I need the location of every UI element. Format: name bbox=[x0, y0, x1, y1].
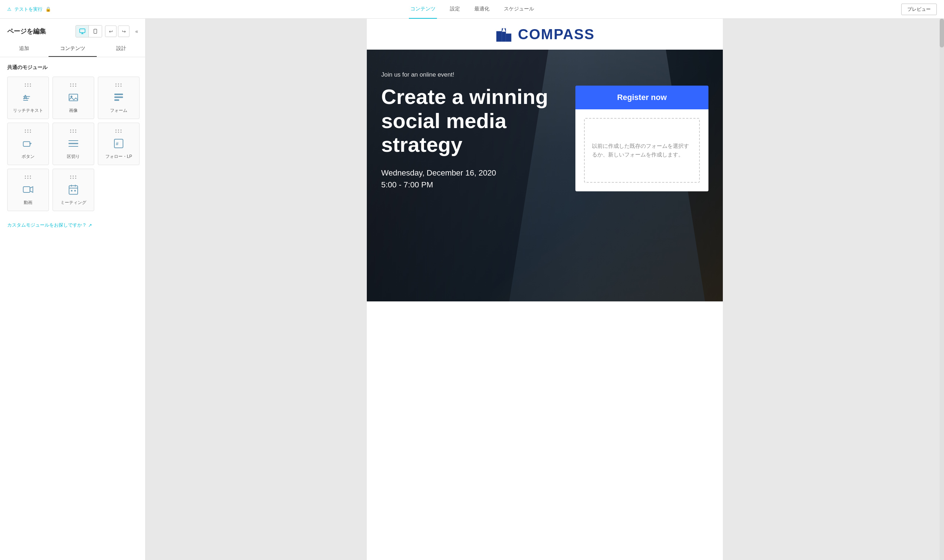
hero-section: Join us for an online event! Create a wi… bbox=[367, 50, 723, 302]
top-nav: ⚠ テストを実行 🔒 コンテンツ 設定 最適化 スケジュール プレビュー bbox=[0, 0, 944, 19]
sidebar-collapse-button[interactable]: « bbox=[135, 28, 138, 34]
main-layout: ページを編集 ↩ ↪ bbox=[0, 19, 944, 560]
module-button[interactable]: ボタン bbox=[7, 123, 49, 165]
hero-time-text: 5:00 - 7:00 PM bbox=[381, 180, 433, 189]
desktop-view-button[interactable] bbox=[76, 26, 89, 37]
module-section: 共通のモジュール A リッチテキスト bbox=[0, 57, 145, 218]
module-section-title: 共通のモジュール bbox=[7, 65, 140, 71]
svg-rect-20 bbox=[23, 187, 30, 192]
chevron-left-icon: « bbox=[135, 28, 138, 34]
sidebar-tab-design[interactable]: 設計 bbox=[97, 41, 145, 57]
svg-rect-21 bbox=[69, 186, 78, 194]
module-image-label: 画像 bbox=[69, 108, 78, 114]
module-follow-lp[interactable]: # フォロー・LP bbox=[98, 123, 140, 165]
image-icon bbox=[68, 92, 79, 103]
register-header: Register now bbox=[575, 86, 709, 109]
module-video-label: 動画 bbox=[24, 200, 32, 206]
drag-handle bbox=[25, 175, 31, 179]
module-rich-text[interactable]: A リッチテキスト bbox=[7, 77, 49, 119]
drag-handle bbox=[70, 175, 77, 179]
hero-text: Join us for an online event! Create a wi… bbox=[381, 71, 568, 280]
form-icon bbox=[113, 92, 125, 103]
module-rich-text-label: リッチテキスト bbox=[13, 108, 43, 114]
top-nav-right: プレビュー bbox=[901, 4, 937, 15]
sidebar-tabs: 追加 コンテンツ 設計 bbox=[0, 41, 145, 57]
hero-title: Create a winning social media strategy bbox=[381, 85, 568, 157]
sidebar-tab-add[interactable]: 追加 bbox=[0, 41, 49, 57]
svg-rect-3 bbox=[94, 29, 97, 34]
custom-module-link[interactable]: カスタムモジュールをお探しですか？ ↗ bbox=[0, 218, 145, 228]
preview-area: COMPASS Join us for an online event! Cre… bbox=[146, 19, 944, 560]
undo-redo-group: ↩ ↪ bbox=[105, 26, 129, 37]
svg-rect-29 bbox=[506, 34, 511, 42]
tab-content[interactable]: コンテンツ bbox=[409, 0, 437, 19]
follow-lp-icon: # bbox=[113, 138, 125, 149]
module-form-label: フォーム bbox=[110, 108, 127, 114]
button-icon bbox=[22, 138, 34, 149]
test-run-label: テストを実行 bbox=[14, 6, 42, 12]
custom-module-label: カスタムモジュールをお探しですか？ bbox=[7, 222, 87, 228]
drag-handle bbox=[25, 129, 31, 133]
device-toggle-group bbox=[75, 25, 102, 37]
undo-button[interactable]: ↩ bbox=[105, 26, 117, 37]
register-form-hint: 以前に作成した既存のフォームを選択するか、新しいフォームを作成します。 bbox=[592, 142, 692, 159]
drag-handle bbox=[70, 129, 77, 133]
svg-rect-11 bbox=[114, 94, 123, 95]
register-panel: Register now 以前に作成した既存のフォームを選択するか、新しいフォー… bbox=[575, 86, 709, 191]
hero-content: Join us for an online event! Create a wi… bbox=[367, 50, 723, 302]
mobile-view-button[interactable] bbox=[89, 26, 102, 37]
test-run-btn[interactable]: ⚠ テストを実行 🔒 bbox=[7, 6, 51, 12]
module-divider[interactable]: 区切り bbox=[52, 123, 94, 165]
svg-rect-14 bbox=[23, 142, 30, 146]
hero-date-text: Wednesday, December 16, 2020 bbox=[381, 168, 496, 177]
sidebar: ページを編集 ↩ ↪ bbox=[0, 19, 146, 560]
scrollbar-track[interactable] bbox=[940, 19, 944, 560]
compass-header: COMPASS bbox=[367, 19, 723, 50]
meeting-icon bbox=[68, 184, 79, 195]
module-video[interactable]: 動画 bbox=[7, 169, 49, 211]
module-image[interactable]: 画像 bbox=[52, 77, 94, 119]
redo-button[interactable]: ↪ bbox=[118, 26, 129, 37]
sidebar-title: ページを編集 bbox=[7, 27, 46, 35]
svg-text:A: A bbox=[23, 94, 28, 100]
svg-rect-27 bbox=[497, 31, 502, 42]
nav-tabs: コンテンツ 設定 最適化 スケジュール bbox=[409, 0, 535, 19]
drag-handle bbox=[115, 129, 122, 133]
compass-logo: COMPASS bbox=[495, 25, 595, 43]
module-button-label: ボタン bbox=[22, 154, 35, 160]
module-meeting[interactable]: ミーティング bbox=[52, 169, 94, 211]
external-link-icon: ↗ bbox=[88, 223, 92, 228]
module-meeting-label: ミーティング bbox=[60, 200, 86, 206]
svg-text:#: # bbox=[116, 141, 119, 146]
svg-rect-26 bbox=[74, 190, 76, 191]
module-form[interactable]: フォーム bbox=[98, 77, 140, 119]
text-icon: A bbox=[22, 92, 34, 103]
lock-icon: 🔒 bbox=[45, 6, 51, 12]
module-divider-label: 区切り bbox=[67, 154, 80, 160]
warning-icon: ⚠ bbox=[7, 6, 12, 12]
hero-date: Wednesday, December 16, 2020 5:00 - 7:00… bbox=[381, 167, 568, 191]
module-grid-row2: 動画 ミーティング bbox=[7, 169, 140, 211]
preview-button[interactable]: プレビュー bbox=[901, 4, 937, 15]
preview-frame: COMPASS Join us for an online event! Cre… bbox=[367, 19, 723, 560]
drag-handle bbox=[70, 83, 77, 87]
tab-settings[interactable]: 設定 bbox=[449, 0, 461, 19]
module-follow-lp-label: フォロー・LP bbox=[105, 154, 132, 160]
register-form-placeholder: 以前に作成した既存のフォームを選択するか、新しいフォームを作成します。 bbox=[584, 118, 700, 183]
svg-rect-13 bbox=[114, 99, 119, 101]
svg-rect-0 bbox=[80, 29, 85, 33]
svg-rect-25 bbox=[71, 190, 72, 191]
video-icon bbox=[22, 184, 34, 195]
divider-icon bbox=[68, 138, 79, 149]
tab-schedule[interactable]: スケジュール bbox=[503, 0, 535, 19]
svg-rect-12 bbox=[114, 96, 123, 98]
tab-optimize[interactable]: 最適化 bbox=[473, 0, 491, 19]
compass-logo-icon bbox=[495, 25, 513, 43]
sidebar-header: ページを編集 ↩ ↪ bbox=[0, 19, 145, 41]
scrollbar-thumb[interactable] bbox=[940, 19, 944, 48]
register-body: 以前に作成した既存のフォームを選択するか、新しいフォームを作成します。 bbox=[575, 109, 709, 191]
register-title: Register now bbox=[617, 93, 667, 102]
drag-handle bbox=[115, 83, 122, 87]
sidebar-tab-content[interactable]: コンテンツ bbox=[49, 41, 97, 57]
module-grid: A リッチテキスト bbox=[7, 77, 140, 165]
